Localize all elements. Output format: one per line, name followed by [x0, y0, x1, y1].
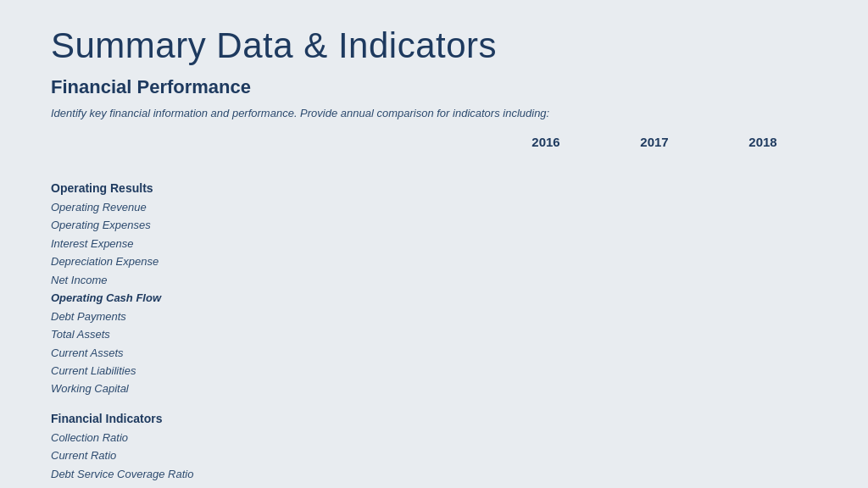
group-header-financial-indicators: Financial Indicators	[51, 412, 492, 425]
group-header-operating-results: Operating Results	[51, 181, 492, 195]
year-2016: 2016	[492, 135, 600, 149]
section-title: Financial Performance	[51, 76, 817, 98]
row-operating-cash-flow: Operating Cash Flow	[51, 289, 492, 307]
row-current-liabilities: Current Liabilities	[51, 362, 492, 380]
row-debt-payments: Debt Payments	[51, 308, 492, 325]
year-2017: 2017	[600, 135, 709, 149]
main-title: Summary Data & Indicators	[51, 25, 817, 66]
row-operating-expenses: Operating Expenses	[51, 216, 492, 234]
row-depreciation-expense: Depreciation Expense	[51, 252, 492, 270]
years-column	[492, 154, 817, 483]
row-collection-ratio: Collection Ratio	[51, 429, 492, 446]
page-container: Summary Data & Indicators Financial Perf…	[0, 0, 868, 488]
labels-column: Operating Results Operating Revenue Oper…	[51, 154, 492, 483]
header-years: 2016 2017 2018	[492, 135, 817, 149]
year-col-2018	[709, 154, 817, 483]
header-spacer	[51, 135, 492, 149]
header-row: 2016 2017 2018	[51, 135, 817, 149]
year-2018: 2018	[709, 135, 817, 149]
content-area: Operating Results Operating Revenue Oper…	[51, 154, 817, 483]
row-current-assets: Current Assets	[51, 344, 492, 362]
row-working-capital: Working Capital	[51, 380, 492, 397]
table-wrapper: 2016 2017 2018 Operating Results Operati…	[51, 135, 817, 483]
row-net-income: Net Income	[51, 271, 492, 289]
row-debt-service-coverage-ratio: Debt Service Coverage Ratio	[51, 465, 492, 483]
year-col-2017	[600, 154, 709, 483]
row-interest-expense: Interest Expense	[51, 235, 492, 252]
row-total-assets: Total Assets	[51, 325, 492, 343]
description: Identify key financial information and p…	[51, 107, 817, 119]
year-col-2016	[492, 154, 600, 483]
row-operating-revenue: Operating Revenue	[51, 198, 492, 216]
row-current-ratio: Current Ratio	[51, 446, 492, 464]
